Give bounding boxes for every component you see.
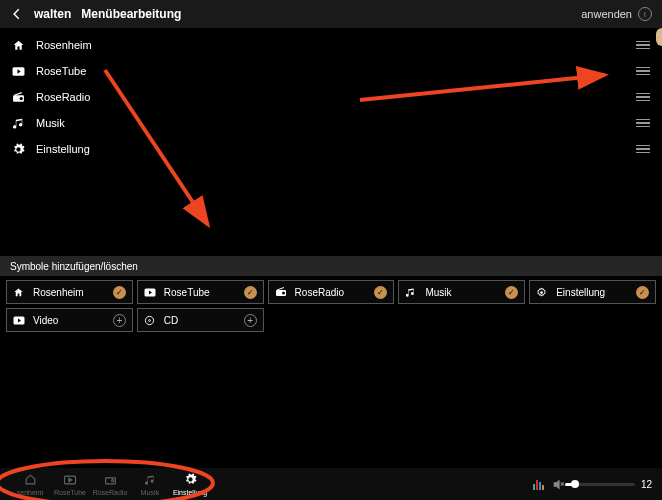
gear-icon — [184, 473, 197, 487]
svg-point-6 — [540, 291, 543, 294]
menu-item-label: Musik — [36, 117, 634, 129]
gear-icon — [10, 143, 26, 156]
menu-item-einstellung[interactable]: Einstellung — [10, 136, 652, 162]
section-label: Symbole hinzufügen/löschen — [10, 261, 138, 272]
menu-item-label: RoseTube — [36, 65, 634, 77]
nav-label: Einstellung — [173, 489, 207, 496]
home-icon — [10, 39, 26, 52]
svg-point-9 — [148, 319, 150, 321]
radio-icon — [275, 287, 289, 297]
nav-rosetube[interactable]: RoseTube — [50, 473, 90, 496]
radio-icon — [104, 473, 117, 487]
home-icon — [24, 473, 37, 487]
music-icon — [405, 287, 419, 298]
volume-slider[interactable] — [565, 483, 635, 486]
tile-label: CD — [164, 315, 244, 326]
play-icon — [63, 473, 77, 487]
tile-rosetube[interactable]: RoseTube ✓ — [137, 280, 264, 304]
menu-item-roseradio[interactable]: RoseRadio — [10, 84, 652, 110]
avatar[interactable] — [656, 28, 662, 46]
radio-icon — [10, 92, 26, 103]
bottom-nav: senheim RoseTube RoseRadio Musik Einstel… — [0, 468, 662, 500]
svg-point-12 — [111, 480, 113, 482]
nav-musik[interactable]: Musik — [130, 473, 170, 496]
disc-icon — [144, 315, 158, 326]
section-header: Symbole hinzufügen/löschen — [0, 256, 662, 276]
tile-einstellung[interactable]: Einstellung ✓ — [529, 280, 656, 304]
menu-list: Rosenheim RoseTube RoseRadio Musik Einst… — [0, 28, 662, 166]
tile-musik[interactable]: Musik ✓ — [398, 280, 525, 304]
drag-handle-icon[interactable] — [634, 119, 650, 128]
header-bar: walten Menübearbeitung anwenden i — [0, 0, 662, 28]
play-icon — [10, 66, 26, 77]
menu-item-label: RoseRadio — [36, 91, 634, 103]
info-icon[interactable]: i — [638, 7, 652, 21]
music-icon — [144, 473, 156, 487]
tile-label: Musik — [425, 287, 505, 298]
gear-icon — [536, 287, 550, 298]
tile-roseradio[interactable]: RoseRadio ✓ — [268, 280, 395, 304]
nav-einstellung[interactable]: Einstellung — [170, 473, 210, 496]
drag-handle-icon[interactable] — [634, 41, 650, 50]
plus-icon: + — [244, 314, 257, 327]
nav-label: RoseTube — [54, 489, 86, 496]
apply-button[interactable]: anwenden — [581, 8, 632, 20]
nav-label: Musik — [141, 489, 159, 496]
tile-label: RoseRadio — [295, 287, 375, 298]
plus-icon: + — [113, 314, 126, 327]
check-icon: ✓ — [505, 286, 518, 299]
tile-rosenheim[interactable]: Rosenheim ✓ — [6, 280, 133, 304]
drag-handle-icon[interactable] — [634, 93, 650, 102]
tile-grid: Rosenheim ✓ RoseTube ✓ RoseRadio ✓ Musik… — [0, 276, 662, 336]
volume-value: 12 — [641, 479, 652, 490]
menu-item-label: Rosenheim — [36, 39, 634, 51]
tile-label: Video — [33, 315, 113, 326]
equalizer-icon[interactable] — [533, 478, 544, 490]
menu-item-musik[interactable]: Musik — [10, 110, 652, 136]
back-button[interactable] — [10, 7, 26, 21]
check-icon: ✓ — [244, 286, 257, 299]
check-icon: ✓ — [113, 286, 126, 299]
svg-point-2 — [19, 96, 22, 99]
svg-point-5 — [282, 292, 285, 295]
nav-label: senheim — [17, 489, 43, 496]
tile-label: Einstellung — [556, 287, 636, 298]
play-icon — [144, 288, 158, 297]
tile-label: RoseTube — [164, 287, 244, 298]
header-title-1: walten — [34, 7, 71, 21]
nav-label: RoseRadio — [93, 489, 128, 496]
tile-video[interactable]: Video + — [6, 308, 133, 332]
play-icon — [13, 316, 27, 325]
music-icon — [10, 117, 26, 130]
svg-point-8 — [145, 316, 153, 324]
mute-icon[interactable] — [552, 478, 565, 491]
drag-handle-icon[interactable] — [634, 145, 650, 154]
drag-handle-icon[interactable] — [634, 67, 650, 76]
menu-item-rosetube[interactable]: RoseTube — [10, 58, 652, 84]
home-icon — [13, 287, 27, 298]
tile-cd[interactable]: CD + — [137, 308, 264, 332]
header-title-2: Menübearbeitung — [81, 7, 181, 21]
check-icon: ✓ — [374, 286, 387, 299]
tile-label: Rosenheim — [33, 287, 113, 298]
menu-item-label: Einstellung — [36, 143, 634, 155]
nav-rosenheim[interactable]: senheim — [10, 473, 50, 496]
nav-roseradio[interactable]: RoseRadio — [90, 473, 130, 496]
check-icon: ✓ — [636, 286, 649, 299]
menu-item-rosenheim[interactable]: Rosenheim — [10, 32, 652, 58]
